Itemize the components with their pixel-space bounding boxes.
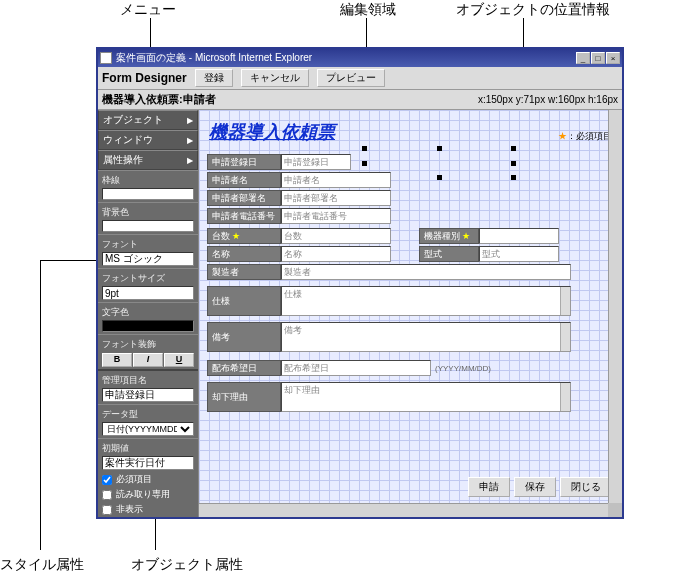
chevron-right-icon: ▶ — [187, 136, 193, 145]
label-qty[interactable]: 台数★ — [207, 228, 281, 244]
input-dist-date[interactable]: 配布希望日 — [281, 360, 431, 376]
annotation-edit-area: 編集領域 — [340, 1, 396, 19]
objname-field[interactable] — [102, 388, 194, 402]
fontsize-label: フォントサイズ — [102, 272, 194, 285]
italic-button[interactable]: I — [133, 353, 163, 367]
input-reg-date[interactable]: 申請登録日 — [281, 154, 351, 170]
color-label: 文字色 — [102, 306, 194, 319]
label-dist-date[interactable]: 配布希望日 — [207, 360, 281, 376]
hidden-check-row[interactable]: 非表示 — [98, 502, 198, 517]
toolbar: Form Designer 登録 キャンセル プレビュー — [98, 67, 622, 90]
textarea-spec[interactable]: 仕様 — [281, 286, 571, 316]
input-name[interactable]: 名称 — [281, 246, 391, 262]
close-form-button[interactable]: 閉じる — [560, 477, 612, 497]
datatype-label: データ型 — [102, 408, 194, 421]
font-field[interactable] — [102, 252, 194, 266]
label-reject[interactable]: 却下理由 — [207, 382, 281, 412]
textarea-reject[interactable]: 却下理由 — [281, 382, 571, 412]
scrollbar[interactable] — [560, 383, 570, 411]
label-phone[interactable]: 申請者電話番号 — [207, 208, 281, 224]
annotation-style-attr: スタイル属性 — [0, 556, 84, 574]
border-swatch[interactable] — [102, 188, 194, 200]
annotation-position: オブジェクトの位置情報 — [456, 1, 610, 19]
label-reg-date[interactable]: 申請登録日 — [207, 154, 281, 170]
app-window: 案件画面の定義 - Microsoft Internet Explorer _ … — [96, 47, 624, 519]
readonly-check-row[interactable]: 読み取り専用 — [98, 487, 198, 502]
input-model[interactable]: 型式 — [479, 246, 559, 262]
label-spec[interactable]: 仕様 — [207, 286, 281, 316]
app-icon — [100, 52, 112, 64]
bold-button[interactable]: B — [102, 353, 132, 367]
input-maker[interactable]: 製造者 — [281, 264, 571, 280]
hidden-checkbox[interactable] — [102, 505, 112, 515]
required-checkbox[interactable] — [102, 475, 112, 485]
canvas-scrollbar-vertical[interactable] — [608, 110, 622, 503]
window-title: 案件画面の定義 - Microsoft Internet Explorer — [116, 51, 312, 65]
datatype-select[interactable]: 日付(YYYYMMDD) — [102, 422, 194, 436]
maximize-button[interactable]: □ — [591, 52, 605, 64]
input-device-type[interactable] — [479, 228, 559, 244]
border-label: 枠線 — [102, 174, 194, 187]
menu-window[interactable]: ウィンドウ▶ — [98, 130, 198, 150]
label-applicant[interactable]: 申請者名 — [207, 172, 281, 188]
decoration-label: フォント装飾 — [102, 338, 194, 351]
readonly-checkbox[interactable] — [102, 490, 112, 500]
bg-swatch[interactable] — [102, 220, 194, 232]
label-maker[interactable]: 製造者 — [207, 264, 281, 280]
label-remarks[interactable]: 備考 — [207, 322, 281, 352]
textarea-remarks[interactable]: 備考 — [281, 322, 571, 352]
leader-line — [40, 260, 41, 550]
editor-canvas[interactable]: 機器導入依頼票 ★：必須項目 申請登録日 申請登録日 申請者名 申請者名 申請者… — [198, 110, 622, 517]
canvas-scrollbar-horizontal[interactable] — [199, 503, 608, 517]
infobar: 機器導入依頼票:申請者 x:150px y:71px w:160px h:16p… — [98, 90, 622, 110]
form-title[interactable]: 機器導入依頼票 — [209, 120, 335, 144]
annotation-object-attr: オブジェクト属性 — [131, 556, 243, 574]
label-device-type[interactable]: 機器種別★ — [419, 228, 479, 244]
sidebar: オブジェクト▶ ウィンドウ▶ 属性操作▶ 枠線 背景色 フォント フォントサイズ… — [98, 110, 198, 517]
leader-line — [40, 260, 96, 261]
input-dept[interactable]: 申請者部署名 — [281, 190, 391, 206]
breadcrumb: 機器導入依頼票:申請者 — [102, 92, 216, 107]
label-dept[interactable]: 申請者部署名 — [207, 190, 281, 206]
underline-button[interactable]: U — [164, 353, 194, 367]
color-swatch[interactable] — [102, 320, 194, 332]
close-button[interactable]: × — [606, 52, 620, 64]
chevron-right-icon: ▶ — [187, 116, 193, 125]
objname-label: 管理項目名 — [102, 374, 194, 387]
app-label: Form Designer — [102, 71, 187, 85]
canvas-scrollbar-corner — [608, 503, 622, 517]
required-check-row[interactable]: 必須項目 — [98, 472, 198, 487]
menu-object[interactable]: オブジェクト▶ — [98, 110, 198, 130]
label-model[interactable]: 型式 — [419, 246, 479, 262]
titlebar: 案件画面の定義 - Microsoft Internet Explorer _ … — [98, 49, 622, 67]
minimize-button[interactable]: _ — [576, 52, 590, 64]
required-legend: ★：必須項目 — [558, 130, 612, 143]
scrollbar[interactable] — [560, 287, 570, 315]
cancel-button[interactable]: キャンセル — [241, 69, 309, 87]
input-qty[interactable]: 台数 — [281, 228, 391, 244]
chevron-right-icon: ▶ — [187, 156, 193, 165]
register-button[interactable]: 登録 — [195, 69, 233, 87]
menu-attr-op[interactable]: 属性操作▶ — [98, 150, 198, 170]
annotation-menu: メニュー — [120, 1, 176, 19]
apply-button[interactable]: 申請 — [468, 477, 510, 497]
fontsize-field[interactable] — [102, 286, 194, 300]
default-label: 初期値 — [102, 442, 194, 455]
input-phone[interactable]: 申請者電話番号 — [281, 208, 391, 224]
label-name[interactable]: 名称 — [207, 246, 281, 262]
input-applicant[interactable]: 申請者名 — [281, 172, 391, 188]
font-label: フォント — [102, 238, 194, 251]
position-readout: x:150px y:71px w:160px h:16px — [478, 94, 618, 105]
scrollbar[interactable] — [560, 323, 570, 351]
preview-button[interactable]: プレビュー — [317, 69, 385, 87]
hint-dist-date: (YYYY/MM/DD) — [431, 360, 491, 376]
bg-label: 背景色 — [102, 206, 194, 219]
default-field[interactable] — [102, 456, 194, 470]
save-button[interactable]: 保存 — [514, 477, 556, 497]
